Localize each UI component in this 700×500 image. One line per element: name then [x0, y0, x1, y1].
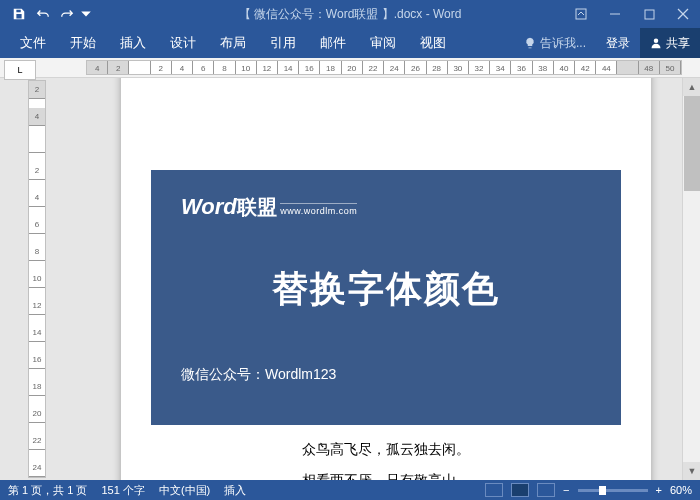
share-label: 共享	[666, 35, 690, 52]
svg-rect-2	[645, 10, 654, 19]
share-button[interactable]: 共享	[640, 28, 700, 58]
tab-mailings[interactable]: 邮件	[308, 28, 358, 58]
tab-file[interactable]: 文件	[8, 28, 58, 58]
zoom-slider[interactable]	[578, 489, 648, 492]
tab-view[interactable]: 视图	[408, 28, 458, 58]
tab-home[interactable]: 开始	[58, 28, 108, 58]
tell-me-search[interactable]: 告诉我...	[514, 35, 596, 52]
view-print-icon[interactable]	[511, 483, 529, 497]
redo-icon[interactable]	[56, 3, 78, 25]
vertical-scrollbar[interactable]: ▲ ▼	[682, 78, 700, 480]
tab-references[interactable]: 引用	[258, 28, 308, 58]
vertical-ruler[interactable]: 2424681012141618202224	[28, 80, 46, 478]
scroll-up-icon[interactable]: ▲	[683, 78, 700, 96]
ribbon-options-icon[interactable]	[564, 0, 598, 28]
zoom-in-icon[interactable]: +	[656, 484, 662, 496]
view-read-icon[interactable]	[485, 483, 503, 497]
window-title: 【 微信公众号：Word联盟 】.docx - Word	[239, 6, 462, 23]
status-lang[interactable]: 中文(中国)	[159, 483, 210, 498]
close-icon[interactable]	[666, 0, 700, 28]
body-line-2: 相看两不厌，只有敬亭山。	[121, 466, 651, 480]
status-mode[interactable]: 插入	[224, 483, 246, 498]
tell-me-label: 告诉我...	[540, 35, 586, 52]
login-button[interactable]: 登录	[596, 28, 640, 58]
horizontal-ruler[interactable]: 4224681012141618202224262830323436384042…	[86, 60, 682, 75]
banner-title: 替换字体颜色	[181, 265, 591, 314]
svg-point-5	[654, 39, 659, 44]
lightbulb-icon	[524, 37, 536, 49]
body-line-1: 众鸟高飞尽，孤云独去闲。	[121, 435, 651, 463]
qat-dropdown-icon[interactable]	[80, 3, 92, 25]
svg-rect-0	[576, 9, 586, 19]
zoom-out-icon[interactable]: −	[563, 484, 569, 496]
share-icon	[650, 37, 662, 49]
logo-url: www.wordlm.com	[280, 203, 357, 216]
document-page[interactable]: Word联盟 www.wordlm.com 替换字体颜色 微信公众号：Wordl…	[121, 78, 651, 480]
minimize-icon[interactable]	[598, 0, 632, 28]
tab-review[interactable]: 审阅	[358, 28, 408, 58]
zoom-level[interactable]: 60%	[670, 484, 692, 496]
tab-design[interactable]: 设计	[158, 28, 208, 58]
view-web-icon[interactable]	[537, 483, 555, 497]
banner-block: Word联盟 www.wordlm.com 替换字体颜色 微信公众号：Wordl…	[151, 170, 621, 425]
banner-subtitle: 微信公众号：Wordlm123	[181, 366, 591, 384]
scroll-thumb[interactable]	[684, 96, 700, 191]
logo-en: Word	[181, 194, 237, 219]
body-text: 众鸟高飞尽，孤云独去闲。 相看两不厌，只有敬亭山。 《秋思》 春阳如昨日，碧树鸣…	[121, 435, 651, 480]
scroll-down-icon[interactable]: ▼	[683, 462, 700, 480]
maximize-icon[interactable]	[632, 0, 666, 28]
save-icon[interactable]	[8, 3, 30, 25]
undo-icon[interactable]	[32, 3, 54, 25]
status-words[interactable]: 151 个字	[101, 483, 144, 498]
logo-cn: 联盟	[237, 196, 277, 218]
status-page[interactable]: 第 1 页，共 1 页	[8, 483, 87, 498]
tab-selector[interactable]: L	[4, 60, 36, 80]
tab-insert[interactable]: 插入	[108, 28, 158, 58]
tab-layout[interactable]: 布局	[208, 28, 258, 58]
